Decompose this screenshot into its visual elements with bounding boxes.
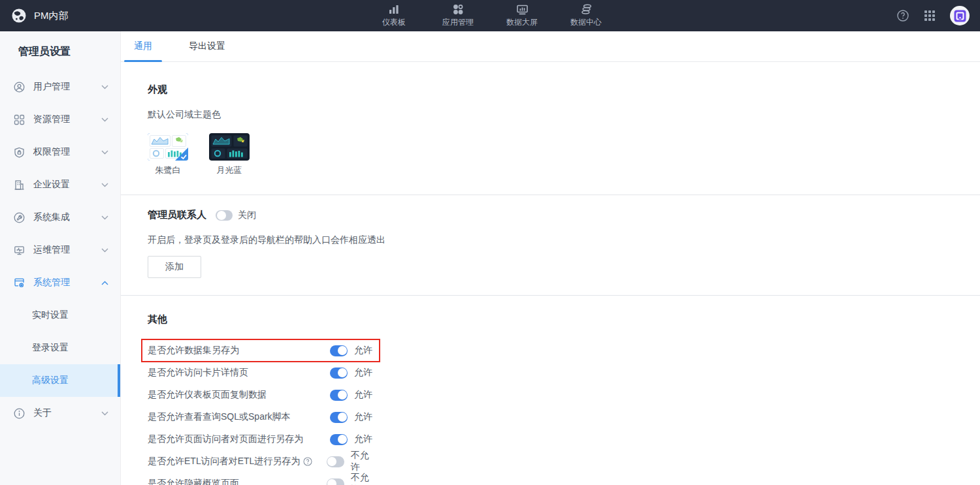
sidebar-item-6[interactable]: 运维管理 — [0, 234, 120, 266]
setting-state: 不允许 — [351, 450, 378, 473]
main-content: 通用 导出设置 外观 默认公司域主题色 朱鹭白月光蓝 管理员联系人 关闭 开启后… — [121, 31, 980, 485]
other-section: 其他 是否允许数据集另存为允许是否允许访问卡片详情页允许是否允许仪表板页面复制数… — [121, 296, 980, 485]
setting-label: 是否允许隐藏概览页面 — [148, 478, 327, 485]
sidebar-item-2[interactable]: 资源管理 — [0, 103, 120, 136]
admin-contact-section: 管理员联系人 关闭 开启后，登录页及登录后的导航栏的帮助入口会作相应透出 添加 — [121, 209, 980, 295]
sidebar-item-label: 资源管理 — [33, 114, 70, 125]
sidebar-item-label: 企业设置 — [33, 179, 70, 191]
brand: PM内部 — [10, 7, 69, 24]
appearance-heading: 外观 — [148, 62, 954, 96]
sidebar-title: 管理员设置 — [0, 31, 120, 70]
topnav-item-4[interactable]: 数据中心 — [569, 3, 603, 28]
chevron-down-icon — [101, 248, 108, 253]
sidebar-item-label: 系统集成 — [33, 211, 70, 223]
topnav-item-2[interactable]: 应用管理 — [441, 3, 475, 28]
setting-state: 允许 — [354, 411, 372, 423]
setting-toggle[interactable] — [330, 368, 348, 379]
sidebar-item-4[interactable]: 企业设置 — [0, 168, 120, 201]
topnav-item-label: 应用管理 — [442, 17, 474, 28]
chevron-up-icon — [101, 281, 108, 285]
top-navigation-bar: PM内部 仪表板应用管理数据大屏数据中心 — [0, 0, 980, 31]
sidebar-item-8[interactable]: 关于 — [0, 397, 120, 430]
admin-contact-description: 开启后，登录页及登录后的导航栏的帮助入口会作相应透出 — [148, 234, 954, 246]
chevron-down-icon — [101, 411, 108, 416]
sidebar-menu: 用户管理资源管理权限管理企业设置系统集成运维管理系统管理实时设置登录设置高级设置… — [0, 70, 120, 430]
tab-general-label: 通用 — [134, 40, 152, 52]
sidebar-item-1[interactable]: 用户管理 — [0, 70, 120, 103]
globe-icon — [10, 7, 27, 24]
apps-icon — [452, 3, 464, 15]
sidebar-item-label: 关于 — [33, 407, 52, 419]
sidebar-item-label: 运维管理 — [33, 244, 70, 256]
setting-row-4: 是否允许查看查询SQL或Spark脚本允许 — [148, 406, 378, 428]
theme-name: 朱鹭白 — [155, 164, 181, 176]
setting-state: 不允许 — [351, 472, 378, 485]
setting-toggle[interactable] — [327, 478, 344, 485]
tab-bar: 通用 导出设置 — [121, 31, 980, 62]
sidebar-subitem[interactable]: 登录设置 — [0, 332, 120, 364]
sidebar-item-3[interactable]: 权限管理 — [0, 136, 120, 168]
topbar-right — [896, 6, 970, 25]
sidebar-item-label: 系统管理 — [33, 277, 70, 289]
setting-state: 允许 — [354, 433, 372, 445]
tab-export-label: 导出设置 — [189, 40, 225, 52]
setting-row-6: 是否允许ETL访问者对ETL进行另存为不允许 — [148, 450, 378, 473]
theme-option-light[interactable]: 朱鹭白 — [148, 133, 188, 176]
app-grid-icon[interactable] — [924, 10, 936, 22]
setting-label: 是否允许页面访问者对页面进行另存为 — [148, 433, 330, 445]
shield-lock-icon — [14, 147, 25, 158]
sidebar-item-label: 权限管理 — [33, 146, 70, 158]
chevron-down-icon — [101, 183, 108, 187]
setting-label: 是否允许数据集另存为 — [148, 345, 330, 356]
theme-name: 月光蓝 — [217, 164, 242, 176]
other-heading: 其他 — [148, 296, 954, 326]
sidebar-item-7[interactable]: 系统管理 — [0, 266, 120, 299]
setting-row-1: 是否允许数据集另存为允许 — [148, 339, 378, 362]
setting-label: 是否允许仪表板页面复制数据 — [148, 389, 330, 401]
setting-toggle[interactable] — [330, 345, 348, 356]
avatar[interactable] — [950, 6, 970, 25]
topnav-item-1[interactable]: 仪表板 — [377, 3, 411, 28]
setting-row-5: 是否允许页面访问者对页面进行另存为允许 — [148, 428, 378, 450]
help-icon[interactable] — [896, 9, 909, 22]
theme-options: 朱鹭白月光蓝 — [148, 133, 954, 176]
setting-toggle[interactable] — [330, 390, 348, 401]
tab-export-settings[interactable]: 导出设置 — [179, 31, 235, 61]
setting-state: 允许 — [354, 345, 372, 356]
admin-contact-toggle[interactable] — [216, 210, 233, 221]
setting-toggle[interactable] — [330, 412, 348, 423]
setting-row-3: 是否允许仪表板页面复制数据允许 — [148, 384, 378, 406]
section-divider — [121, 195, 980, 195]
setting-toggle[interactable] — [327, 456, 344, 467]
user-icon — [14, 82, 25, 93]
sidebar-subitem[interactable]: 实时设置 — [0, 299, 120, 332]
add-contact-button[interactable]: 添加 — [148, 256, 201, 278]
setting-toggle[interactable] — [330, 434, 348, 445]
theme-color-label: 默认公司域主题色 — [148, 109, 954, 121]
resource-icon — [14, 114, 25, 125]
brand-title: PM内部 — [34, 10, 69, 22]
setting-label: 是否允许查看查询SQL或Spark脚本 — [148, 411, 330, 423]
appearance-section: 外观 默认公司域主题色 朱鹭白月光蓝 — [121, 62, 980, 195]
setting-row-7: 是否允许隐藏概览页面不允许 — [148, 473, 378, 485]
monitor-icon — [14, 245, 25, 256]
topnav-item-3[interactable]: 数据大屏 — [505, 3, 539, 28]
sidebar-subitem[interactable]: 高级设置 — [0, 364, 120, 397]
chevron-down-icon — [101, 117, 108, 122]
sidebar-item-5[interactable]: 系统集成 — [0, 201, 120, 234]
sidebar-item-label: 用户管理 — [33, 81, 70, 93]
integration-icon — [14, 212, 25, 223]
info-icon — [14, 408, 25, 419]
tab-general[interactable]: 通用 — [124, 31, 162, 61]
system-gear-icon — [14, 277, 25, 289]
chevron-down-icon — [101, 150, 108, 155]
theme-thumbnail — [209, 133, 250, 161]
chevron-down-icon — [101, 85, 108, 89]
question-circle-icon[interactable] — [303, 457, 312, 466]
topnav-item-label: 数据大屏 — [506, 17, 538, 28]
chevron-down-icon — [101, 215, 108, 220]
topnav-item-label: 数据中心 — [570, 17, 602, 28]
setting-state: 允许 — [354, 367, 372, 379]
theme-option-dark[interactable]: 月光蓝 — [209, 133, 250, 176]
topnav-item-label: 仪表板 — [382, 17, 406, 28]
